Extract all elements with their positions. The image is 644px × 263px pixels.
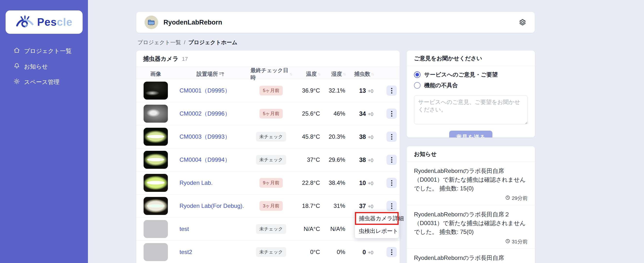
temperature-value: N/A°C	[292, 226, 321, 232]
capture-count-value: 34+0	[348, 110, 379, 117]
camera-name-link[interactable]: test2	[168, 249, 250, 256]
sidebar-item-label: お知らせ	[24, 63, 48, 70]
feedback-title: ご意見をお聞かせください	[407, 50, 535, 66]
camera-count: 17	[182, 56, 188, 62]
send-feedback-button[interactable]: 意見を送る	[449, 131, 492, 138]
notification-item: RyodenLabRebornのラボ長田自席２（D0031）で新たな捕虫は確認さ…	[407, 205, 535, 249]
kebab-menu-button[interactable]	[386, 86, 397, 96]
camera-name-link[interactable]: CM0003（D9993）	[168, 133, 250, 140]
pescle-eye-icon	[16, 15, 35, 29]
temperature-value: 25.6°C	[292, 110, 321, 117]
camera-thumbnail	[144, 197, 168, 215]
camera-name-link[interactable]: CM0004（D9994）	[168, 156, 250, 164]
camera-name-link[interactable]: Ryoden Lab(For Debug).	[168, 202, 250, 209]
last-check-badge: 未チェック	[250, 247, 292, 257]
notification-text: RyodenLabRebornのラボ長田自席（D0001）で捕虫数の増加を確認し…	[414, 254, 528, 263]
capture-count-value: 38+0	[348, 156, 379, 164]
kebab-menu-button[interactable]	[386, 132, 397, 142]
kebab-menu-button[interactable]	[386, 247, 397, 257]
project-settings-gear-icon[interactable]	[519, 18, 526, 26]
last-check-badge: 未チェック	[250, 155, 292, 165]
radio-button-icon[interactable]	[414, 82, 420, 89]
sidebar-item-space-management[interactable]: スペース管理	[0, 74, 88, 90]
app-root: Pescle プロジェクト一覧 お知らせ	[0, 0, 644, 263]
feedback-textarea[interactable]	[414, 95, 528, 124]
pescle-logo[interactable]: Pescle	[6, 10, 82, 34]
column-location[interactable]: 設置場所	[168, 70, 250, 78]
last-check-badge: 5ヶ月前	[250, 109, 292, 118]
sidebar-nav: プロジェクト一覧 お知らせ スペース管理	[0, 43, 88, 90]
bell-icon	[13, 62, 20, 71]
column-temperature[interactable]: 温度↑↓	[292, 70, 321, 78]
camera-name-link[interactable]: test	[168, 226, 250, 232]
row-actions	[379, 108, 400, 119]
breadcrumb-separator: /	[184, 39, 185, 46]
radio-label: 機能の不具合	[424, 82, 458, 89]
radio-button-icon[interactable]	[414, 72, 420, 78]
camera-thumbnail	[144, 174, 168, 192]
camera-name-link[interactable]: Ryoden Lab.	[168, 180, 250, 186]
kebab-menu-button[interactable]	[386, 178, 397, 188]
breadcrumb-project-list[interactable]: プロジェクト一覧	[138, 39, 181, 46]
last-check-badge: 未チェック	[250, 132, 292, 142]
camera-table-title: 捕虫器カメラ 17	[136, 50, 400, 66]
feedback-radio-option[interactable]: サービスへのご意見・ご要望	[414, 71, 528, 78]
humidity-value: 31%	[321, 202, 348, 209]
temperature-value: 45.8°C	[292, 133, 321, 140]
sort-arrows-icon: ↑↓	[371, 72, 374, 76]
kebab-menu-button[interactable]	[386, 155, 397, 165]
camera-thumbnail	[144, 128, 168, 146]
feedback-radio-option[interactable]: 機能の不具合	[414, 82, 528, 89]
kebab-menu-button[interactable]	[386, 108, 397, 119]
column-capture-count[interactable]: 捕虫数↑↓	[348, 70, 379, 78]
notification-item: RyodenLabRebornのラボ長田自席（D0001）で捕虫数の増加を確認し…	[407, 249, 535, 263]
humidity-value: 46%	[321, 110, 348, 117]
sidebar-item-projects[interactable]: プロジェクト一覧	[0, 43, 88, 59]
table-row: test2 未チェック 0°C 0% 0+0	[136, 241, 400, 263]
sidebar-item-notifications[interactable]: お知らせ	[0, 59, 88, 74]
sidebar-item-label: スペース管理	[24, 78, 60, 86]
sidebar-item-label: プロジェクト一覧	[24, 47, 72, 55]
sort-arrows-icon: ↑↓	[318, 72, 320, 76]
notifications-list: RyodenLabRebornのラボ長田自席（D0001）で新たな捕虫は確認され…	[407, 162, 535, 263]
camera-thumbnail	[144, 151, 168, 169]
camera-name-link[interactable]: CM0001（D9995）	[168, 87, 250, 94]
row-actions	[379, 178, 400, 188]
capture-count-value: 13+0	[348, 87, 379, 94]
row-context-menu: 捕虫器カメラ詳細 虫検出レポート	[355, 211, 399, 238]
capture-count-value: 0+0	[348, 249, 379, 256]
breadcrumb: プロジェクト一覧 / プロジェクトホーム	[138, 39, 237, 46]
camera-table-header: 画像 設置場所 最終チェック日時↑↓ 温度↑↓ 湿度↑↓ 捕虫数↑↓	[136, 66, 400, 79]
column-last-check[interactable]: 最終チェック日時↑↓	[250, 67, 292, 81]
notification-timestamp: 31分前	[414, 238, 528, 245]
notifications-title: お知らせ	[407, 146, 535, 162]
camera-table-title-text: 捕虫器カメラ	[143, 55, 178, 63]
camera-name-link[interactable]: CM0002（D9996）	[168, 110, 250, 118]
table-row: CM0003（D9993） 未チェック 45.8°C 20.3% 38+0	[136, 125, 400, 148]
sort-arrows-icon: ↑↓	[343, 72, 345, 76]
column-humidity[interactable]: 湿度↑↓	[321, 70, 348, 78]
notification-text: RyodenLabRebornのラボ長田自席（D0001）で新たな捕虫は確認され…	[414, 166, 528, 193]
camera-thumbnail	[144, 105, 168, 123]
clock-icon	[505, 239, 510, 245]
folder-icon	[148, 19, 155, 26]
row-actions	[379, 247, 400, 257]
home-icon	[13, 47, 20, 55]
context-menu-item[interactable]: 捕虫器カメラ詳細	[355, 212, 399, 225]
pescle-wordmark: Pescle	[37, 16, 72, 28]
temperature-value: 36.9°C	[292, 87, 321, 94]
column-image: 画像	[144, 70, 168, 78]
notification-item: RyodenLabRebornのラボ長田自席（D0001）で新たな捕虫は確認され…	[407, 162, 535, 205]
last-check-badge: 未チェック	[250, 224, 292, 234]
breadcrumb-current: プロジェクトホーム	[188, 39, 237, 46]
temperature-value: 22.8°C	[292, 180, 321, 186]
notification-timestamp: 29分前	[414, 195, 528, 202]
humidity-value: N/A%	[321, 226, 348, 232]
row-actions	[379, 86, 400, 96]
context-menu-item[interactable]: 虫検出レポート	[355, 225, 399, 237]
project-header: RyodenLabReborn	[136, 12, 535, 33]
table-row: CM0004（D9994） 未チェック 37°C 29.6% 38+0	[136, 148, 400, 172]
capture-count-value: 38+0	[348, 133, 379, 140]
kebab-menu-button[interactable]	[386, 201, 397, 211]
temperature-value: 0°C	[292, 249, 321, 256]
